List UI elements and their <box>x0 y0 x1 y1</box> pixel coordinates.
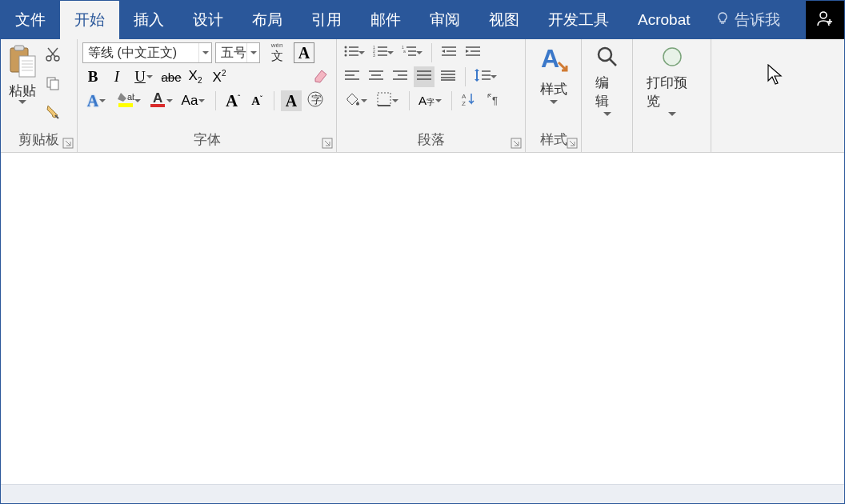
ribbon-tabs: 文件 开始 插入 设计 布局 引用 邮件 审阅 视图 开发工具 Acrobat … <box>1 1 844 39</box>
tab-view[interactable]: 视图 <box>475 1 534 39</box>
print-preview-label: 打印预览 <box>647 74 697 110</box>
tab-design[interactable]: 设计 <box>178 1 238 39</box>
align-center-icon <box>369 70 383 84</box>
tab-references[interactable]: 引用 <box>297 1 356 39</box>
svg-point-77 <box>663 48 681 66</box>
asian-layout-icon: A字 <box>418 94 435 108</box>
decrease-indent-button[interactable] <box>439 42 459 63</box>
enclose-char-button[interactable]: 字 <box>305 90 326 111</box>
tab-file[interactable]: 文件 <box>1 1 60 39</box>
italic-icon: I <box>114 68 119 86</box>
group-label-paragraph: 段落 <box>337 129 525 152</box>
tab-insert[interactable]: 插入 <box>119 1 178 39</box>
borders-button[interactable] <box>374 90 402 111</box>
editing-label: 编辑 <box>595 74 619 110</box>
letter-a-shaded-icon: A <box>286 92 297 110</box>
svg-rect-21 <box>150 104 165 107</box>
tab-home[interactable]: 开始 <box>60 1 119 39</box>
dropdown-icon <box>435 99 443 103</box>
text-effects-button[interactable]: A <box>82 90 111 111</box>
underline-icon: U <box>134 68 146 86</box>
svg-rect-5 <box>14 46 24 50</box>
grow-font-button[interactable]: Aˆ <box>222 90 243 111</box>
paragraph-launcher[interactable] <box>511 138 522 149</box>
styles-icon: A <box>538 45 570 78</box>
clear-formatting-button[interactable] <box>310 66 331 87</box>
editing-button[interactable]: 编辑 <box>587 42 628 130</box>
tab-mailings[interactable]: 邮件 <box>356 1 415 39</box>
tell-me[interactable]: 告诉我 <box>704 1 791 39</box>
distributed-button[interactable] <box>438 66 459 87</box>
paste-button[interactable]: 粘贴 <box>6 42 39 127</box>
numbering-icon: 123 <box>373 46 387 60</box>
increase-indent-button[interactable] <box>463 42 483 63</box>
dropdown-icon <box>668 112 676 117</box>
dropdown-icon <box>358 51 365 55</box>
shading-button[interactable] <box>342 90 370 111</box>
distributed-icon <box>441 70 455 84</box>
phonetic-guide-button[interactable]: wén 文 <box>263 42 290 63</box>
print-preview-button[interactable]: 打印预览 <box>638 42 706 130</box>
letter-a-boxed-icon: A <box>298 44 310 62</box>
clipboard-launcher[interactable] <box>62 138 74 149</box>
align-left-button[interactable] <box>342 66 362 87</box>
group-label-styles: 样式 <box>526 129 581 152</box>
sort-button[interactable]: AZ <box>459 90 479 111</box>
tab-developer[interactable]: 开发工具 <box>534 1 623 39</box>
bold-icon: B <box>88 68 98 86</box>
strikethrough-button[interactable]: abe <box>161 66 182 87</box>
font-name-combo[interactable]: 等线 (中文正文) <box>82 42 212 63</box>
dropdown-icon <box>146 75 154 79</box>
tab-layout[interactable]: 布局 <box>238 1 297 39</box>
align-left-icon <box>345 70 359 84</box>
styles-launcher[interactable] <box>567 138 578 149</box>
justify-button[interactable] <box>414 66 435 87</box>
bullets-button[interactable] <box>342 42 367 63</box>
group-clipboard: 粘贴 <box>1 39 78 152</box>
font-color-button[interactable]: A <box>146 90 175 111</box>
tab-acrobat[interactable]: Acrobat <box>623 1 704 39</box>
svg-point-27 <box>345 54 347 57</box>
multilevel-list-button[interactable]: 1a <box>399 42 425 63</box>
font-size-combo[interactable]: 五号 <box>215 42 260 63</box>
svg-text:A: A <box>462 93 467 100</box>
asian-layout-button[interactable]: A字 <box>416 90 445 111</box>
clipboard-paste-icon <box>8 45 37 82</box>
numbering-button[interactable]: 123 <box>370 42 396 63</box>
subscript-button[interactable]: X2 <box>185 66 206 87</box>
line-spacing-button[interactable] <box>472 66 499 87</box>
svg-text:¶: ¶ <box>492 94 498 106</box>
character-border-button[interactable]: A <box>294 42 314 63</box>
change-case-button[interactable]: Aa <box>178 90 209 111</box>
show-marks-button[interactable]: ¶ <box>483 90 503 111</box>
cut-button[interactable] <box>42 46 63 66</box>
multilevel-icon: 1a <box>402 46 416 60</box>
superscript-icon: X2 <box>213 69 226 86</box>
svg-text:3: 3 <box>373 53 375 57</box>
account-button[interactable] <box>806 1 844 39</box>
bold-button[interactable]: B <box>82 66 103 87</box>
document-area[interactable] <box>1 153 844 484</box>
font-launcher[interactable] <box>322 138 333 149</box>
styles-button[interactable]: A 样式 <box>529 42 579 127</box>
align-center-button[interactable] <box>366 66 386 87</box>
underline-button[interactable]: U <box>130 66 158 87</box>
superscript-button[interactable]: X2 <box>209 66 230 87</box>
tab-review[interactable]: 审阅 <box>415 1 475 39</box>
highlight-icon: ab <box>117 90 134 111</box>
svg-text:A: A <box>153 90 162 106</box>
styles-label: 样式 <box>540 80 567 98</box>
group-label-clipboard: 剪贴板 <box>1 129 77 152</box>
char-shading-button[interactable]: A <box>281 90 302 111</box>
highlight-button[interactable]: ab <box>114 90 143 111</box>
grow-font-icon: Aˆ <box>226 91 240 111</box>
format-painter-button[interactable] <box>42 103 63 124</box>
italic-button[interactable]: I <box>106 66 127 87</box>
brush-icon <box>45 104 61 123</box>
svg-text:a: a <box>403 49 406 54</box>
justify-icon <box>417 70 431 84</box>
copy-button[interactable] <box>42 74 63 95</box>
align-right-button[interactable] <box>390 66 410 87</box>
ribbon: 粘贴 <box>1 39 844 153</box>
shrink-font-button[interactable]: Aˇ <box>246 90 267 111</box>
